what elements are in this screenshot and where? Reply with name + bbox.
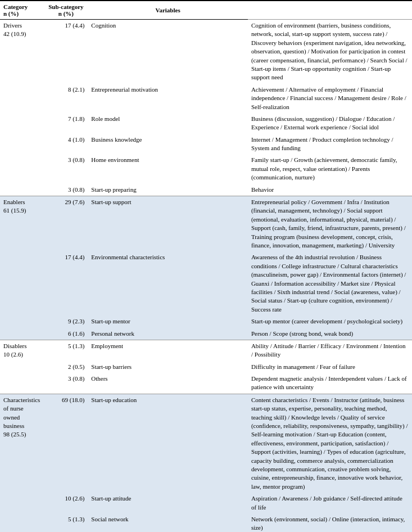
- variables-cell: Family start-up / Growth (achievement, d…: [248, 154, 412, 183]
- variables-cell: Internet / Management / Product completi…: [248, 134, 412, 155]
- main-table: Categoryn (%) Sub-categoryn (%) Variable…: [0, 0, 412, 532]
- variables-cell: Difficulty in management / Fear of failu…: [248, 361, 412, 373]
- subcategory-count: 69 (18.0): [44, 394, 88, 493]
- variables-cell: Dependent magnetic analysis / Interdepen…: [248, 373, 412, 394]
- variables-cell: Content characteristics / Events / Instr…: [248, 394, 412, 493]
- subcategory-name: Environmental characteristics: [88, 251, 248, 315]
- variables-cell: Ability / Attitude / Barrier / Efficacy …: [248, 340, 412, 360]
- category-cell: Disablers10 (2.6): [0, 340, 44, 394]
- subcategory-count: 6 (1.6): [44, 328, 88, 340]
- subcategory-count: 17 (4.4): [44, 20, 88, 84]
- category-cell: Enablers61 (15.9): [0, 196, 44, 340]
- subcategory-name: Role model: [88, 113, 248, 134]
- subcategory-count: 9 (2.3): [44, 315, 88, 327]
- subcategory-count: 7 (1.8): [44, 113, 88, 134]
- subcategory-count: 8 (2.1): [44, 84, 88, 113]
- subcategory-count: 3 (0.8): [44, 373, 88, 394]
- subcategory-count: 17 (4.4): [44, 251, 88, 315]
- variables-cell: Entrepreneurial policy / Government / In…: [248, 196, 412, 252]
- subcategory-name: Start-up preparing: [88, 184, 248, 196]
- variables-cell: Network (environment, social) / Online (…: [248, 513, 412, 532]
- variables-cell: Start-up mentor (career development / ps…: [248, 315, 412, 327]
- subcategory-name: Start-up support: [88, 196, 248, 252]
- subcategory-count: 5 (1.3): [44, 340, 88, 360]
- subcategory-name: Cognition: [88, 20, 248, 84]
- subcategory-name: Social network: [88, 513, 248, 532]
- variables-cell: Business (discussion, suggestion) / Dial…: [248, 113, 412, 134]
- subcategory-count: 3 (0.8): [44, 154, 88, 183]
- subcategory-name: Others: [88, 373, 248, 394]
- subcategory-name: Business knowledge: [88, 134, 248, 155]
- header-variables: Variables: [88, 1, 248, 20]
- header-subcategory: Sub-categoryn (%): [44, 1, 88, 20]
- category-cell: Characteristics of nurse owned business9…: [0, 394, 44, 532]
- variables-cell: Behavior: [248, 184, 412, 196]
- subcategory-name: Start-up barriers: [88, 361, 248, 373]
- subcategory-name: Start-up education: [88, 394, 248, 493]
- subcategory-count: 29 (7.6): [44, 196, 88, 252]
- subcategory-name: Entrepreneurial motivation: [88, 84, 248, 113]
- category-cell: Drivers42 (10.9): [0, 20, 44, 196]
- variables-cell: Awareness of the 4th industrial revoluti…: [248, 251, 412, 315]
- variables-cell: Person / Scope (strong bond, weak bond): [248, 328, 412, 340]
- subcategory-count: 10 (2.6): [44, 493, 88, 513]
- subcategory-count: 4 (1.0): [44, 134, 88, 155]
- variables-cell: Achievement / Alternative of employment …: [248, 84, 412, 113]
- subcategory-count: 3 (0.8): [44, 184, 88, 196]
- subcategory-name: Start-up attitude: [88, 493, 248, 513]
- header-category: Categoryn (%): [0, 1, 44, 20]
- subcategory-count: 2 (0.5): [44, 361, 88, 373]
- variables-cell: Cognition of environment (barriers, busi…: [248, 20, 412, 84]
- variables-cell: Aspiration / Awareness / Job guidance / …: [248, 493, 412, 513]
- subcategory-name: Personal network: [88, 328, 248, 340]
- subcategory-count: 5 (1.3): [44, 513, 88, 532]
- subcategory-name: Start-up mentor: [88, 315, 248, 327]
- subcategory-name: Employment: [88, 340, 248, 360]
- subcategory-name: Home environment: [88, 154, 248, 183]
